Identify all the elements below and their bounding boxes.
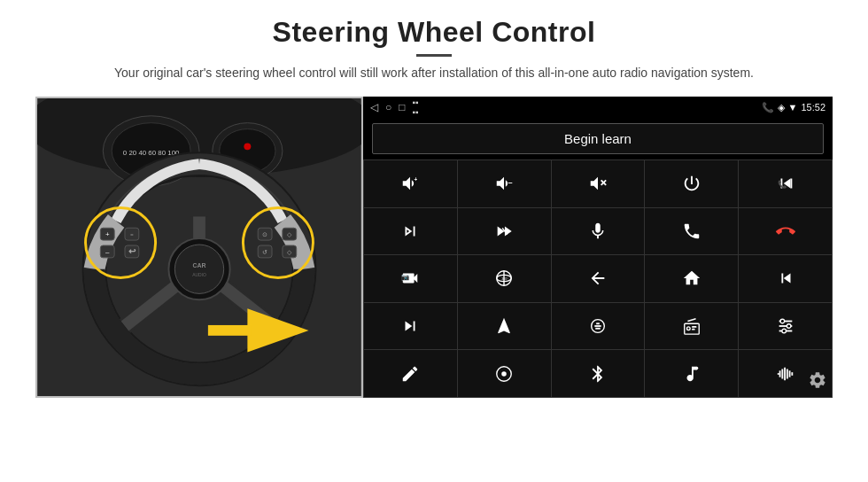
rewind-button[interactable] — [739, 255, 832, 302]
clock: 15:52 — [801, 102, 825, 113]
svg-point-67 — [781, 329, 786, 333]
status-bar-right: 📞 ◈ ▼ 15:52 — [762, 102, 825, 113]
ff-button[interactable] — [364, 303, 457, 350]
svg-point-7 — [244, 143, 251, 150]
title-section: Steering Wheel Control Your original car… — [114, 16, 754, 82]
edit-button[interactable] — [364, 350, 457, 397]
phone-button[interactable] — [645, 208, 738, 255]
head-unit: ◁ ○ □ ▪▪▪▪ 📞 ◈ ▼ 15:52 Begin learn — [363, 97, 833, 398]
navigate-button[interactable] — [458, 303, 551, 350]
recents-nav-icon[interactable]: □ — [399, 101, 405, 113]
sliders-button[interactable] — [739, 303, 832, 350]
home-button[interactable] — [645, 255, 738, 302]
vol-up-button[interactable]: + — [364, 160, 457, 207]
home-nav-icon[interactable]: ○ — [385, 101, 391, 113]
svg-text:↩: ↩ — [128, 246, 136, 256]
location-icon: ◈ — [778, 102, 785, 113]
skip-next-button[interactable] — [364, 208, 457, 255]
svg-text:+: + — [105, 230, 110, 238]
back-nav-icon[interactable]: ◁ — [370, 101, 378, 113]
svg-point-69 — [501, 371, 507, 377]
camera-button[interactable]: 📷 — [364, 255, 457, 302]
eq-button[interactable] — [552, 303, 645, 350]
svg-rect-47 — [414, 226, 415, 236]
steering-wheel-photo: 0 20 40 60 80 100 — [35, 97, 363, 398]
svg-point-59 — [686, 327, 690, 330]
svg-rect-61 — [692, 329, 695, 330]
svg-rect-40 — [208, 325, 252, 336]
svg-text:📷: 📷 — [401, 273, 410, 281]
mic-button[interactable] — [552, 208, 645, 255]
svg-point-66 — [787, 324, 791, 329]
svg-text:↺: ↺ — [262, 249, 267, 255]
begin-learn-button[interactable]: Begin learn — [372, 123, 824, 154]
prev-track-button[interactable]: 📞 — [739, 160, 832, 207]
page-title: Steering Wheel Control — [114, 16, 754, 49]
ff-next-button[interactable] — [458, 208, 551, 255]
power-button[interactable] — [645, 160, 738, 207]
svg-text:AUDIO: AUDIO — [192, 273, 206, 277]
bluetooth-button[interactable] — [552, 350, 645, 397]
status-bar-left: ◁ ○ □ ▪▪▪▪ — [370, 97, 419, 117]
radio-button[interactable] — [645, 303, 738, 350]
hang-up-button[interactable] — [739, 208, 832, 255]
svg-rect-45 — [790, 179, 792, 189]
svg-text:+: + — [415, 176, 418, 183]
svg-point-18 — [174, 245, 223, 293]
begin-learn-row: Begin learn — [363, 118, 833, 159]
svg-text:–: – — [508, 178, 513, 187]
vol-down-button[interactable]: – — [458, 160, 551, 207]
icon-grid: + – — [363, 159, 833, 398]
music-button[interactable] — [645, 350, 738, 397]
svg-text:📞: 📞 — [777, 180, 787, 190]
svg-text:–: – — [105, 248, 110, 256]
status-bar: ◁ ○ □ ▪▪▪▪ 📞 ◈ ▼ 15:52 — [363, 97, 833, 118]
title-divider — [416, 54, 452, 57]
svg-text:360°: 360° — [501, 277, 508, 281]
page-container: Steering Wheel Control Your original car… — [0, 0, 868, 482]
settings-icon[interactable] — [808, 370, 827, 394]
svg-text:CAR: CAR — [193, 262, 206, 268]
svg-point-70 — [694, 366, 698, 369]
mode-button[interactable] — [458, 350, 551, 397]
svg-rect-60 — [692, 326, 697, 328]
back-button[interactable] — [552, 255, 645, 302]
page-subtitle: Your original car's steering wheel contr… — [114, 64, 754, 82]
svg-point-65 — [780, 319, 785, 323]
vol-mute-button[interactable] — [552, 160, 645, 207]
grid-nav-icon[interactable]: ▪▪▪▪ — [413, 97, 419, 117]
view-360-button[interactable]: 360° — [458, 255, 551, 302]
phone-status-icon: 📞 — [762, 102, 774, 113]
content-area: 0 20 40 60 80 100 — [35, 97, 833, 398]
svg-text:⊙: ⊙ — [262, 231, 267, 237]
wifi-icon: ▼ — [788, 102, 798, 113]
